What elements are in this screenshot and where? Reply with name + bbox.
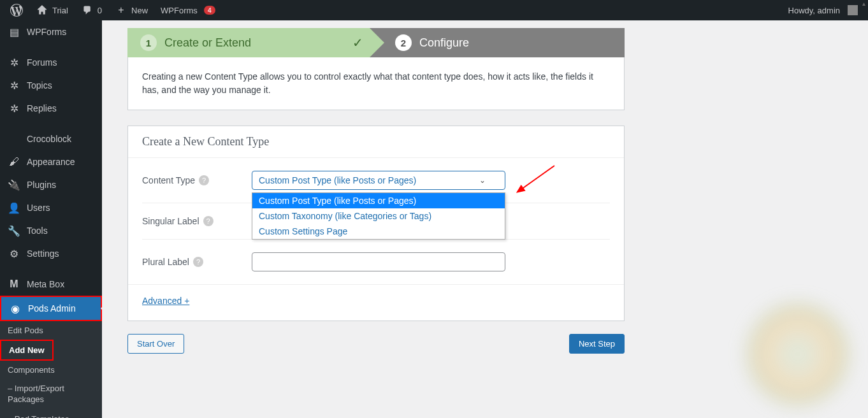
submenu-pod-templates[interactable]: – Pod Templates — [0, 410, 102, 418]
submenu-components[interactable]: Components — [0, 361, 102, 379]
pods-icon: ◉ — [9, 302, 22, 315]
sidebar-label: Pods Admin — [28, 303, 76, 314]
sliders-icon: ⚙ — [8, 247, 20, 260]
help-icon[interactable]: ? — [203, 216, 213, 226]
sidebar-label: Tools — [27, 226, 48, 236]
plural-label-input[interactable] — [252, 252, 505, 271]
brush-icon: 🖌 — [8, 155, 20, 168]
chevron-down-icon: ⌄ — [479, 176, 486, 185]
sidebar-item-forums[interactable]: ✲ Forums — [0, 51, 102, 74]
wizard-stepper: 1 Create or Extend ✓ 2 Configure — [127, 28, 625, 57]
sidebar-label: WPForms — [27, 27, 66, 37]
wpforms-label: WPForms — [161, 6, 198, 15]
blank-icon — [8, 133, 20, 145]
sidebar-item-appearance[interactable]: 🖌 Appearance — [0, 150, 102, 173]
replies-icon: ✲ — [8, 102, 20, 115]
sidebar-item-topics[interactable]: ✲ Topics — [0, 74, 102, 97]
start-over-button[interactable]: Start Over — [127, 334, 184, 354]
sidebar-label: Users — [27, 203, 50, 213]
wrench-icon: 🔧 — [8, 224, 20, 237]
wp-logo[interactable] — [5, 0, 28, 20]
content-type-dropdown: Custom Post Type (like Posts or Pages) C… — [252, 192, 505, 240]
advanced-toggle[interactable]: Advanced + — [142, 296, 189, 306]
step-configure: 2 Configure — [370, 28, 625, 57]
comment-icon — [81, 4, 94, 17]
admin-sidebar: ▤ WPForms ✲ Forums ✲ Topics ✲ Replies Cr… — [0, 20, 102, 418]
dropdown-option[interactable]: Custom Settings Page — [252, 224, 505, 239]
plural-label-row: Plural Label ? — [142, 240, 610, 284]
new-content-link[interactable]: + New — [110, 0, 153, 20]
step-number: 2 — [395, 34, 412, 51]
next-step-button[interactable]: Next Step — [569, 334, 625, 354]
sidebar-label: Replies — [27, 103, 57, 113]
selected-value: Custom Post Type (like Posts or Pages) — [259, 175, 416, 185]
sidebar-item-metabox[interactable]: M Meta Box — [0, 273, 102, 296]
content-type-row: Content Type ? Custom Post Type (like Po… — [142, 158, 610, 203]
sidebar-label: Settings — [27, 249, 59, 259]
site-link[interactable]: Trial — [31, 0, 73, 20]
dropdown-option[interactable]: Custom Post Type (like Posts or Pages) — [252, 193, 505, 208]
create-content-type-card: Create a New Content Type Content Type ?… — [127, 126, 625, 321]
help-icon[interactable]: ? — [193, 257, 203, 267]
new-label: New — [131, 6, 148, 15]
account-link[interactable]: Howdy, admin — [783, 0, 863, 20]
description-text: Creating a new Content Type allows you t… — [127, 57, 625, 110]
sidebar-item-crocoblock[interactable]: Crocoblock — [0, 127, 102, 150]
card-title: Create a New Content Type — [128, 126, 624, 158]
sidebar-label: Appearance — [27, 157, 75, 167]
sidebar-label: Forums — [27, 57, 57, 68]
home-icon — [36, 4, 48, 17]
submenu-edit-pods[interactable]: Edit Pods — [0, 321, 102, 340]
forums-icon: ✲ — [8, 56, 20, 69]
plugin-icon: 🔌 — [8, 178, 20, 191]
sidebar-label: Meta Box — [27, 279, 64, 289]
sidebar-label: Plugins — [27, 180, 56, 190]
avatar — [848, 5, 858, 15]
admin-bar: Trial 0 + New WPForms 4 Howdy, admin — [0, 0, 868, 20]
wordpress-icon — [10, 4, 23, 17]
step-create-extend[interactable]: 1 Create or Extend ✓ — [127, 28, 370, 57]
content-type-label: Content Type ? — [142, 175, 252, 185]
form-icon: ▤ — [8, 25, 20, 38]
sidebar-item-plugins[interactable]: 🔌 Plugins — [0, 173, 102, 196]
help-icon[interactable]: ? — [199, 175, 209, 185]
sidebar-label: Crocoblock — [27, 134, 71, 144]
action-row: Start Over Next Step — [127, 334, 625, 354]
wpforms-badge: 4 — [204, 6, 215, 15]
submenu-import-export[interactable]: – Import/Export Packages — [0, 379, 102, 410]
site-title: Trial — [52, 6, 68, 15]
step-number: 1 — [140, 34, 157, 51]
dropdown-option[interactable]: Custom Taxonomy (like Categories or Tags… — [252, 208, 505, 224]
comments-count: 0 — [98, 6, 102, 15]
plus-icon: + — [115, 4, 127, 17]
main-content: 1 Create or Extend ✓ 2 Configure Creatin… — [102, 20, 868, 418]
sidebar-item-settings[interactable]: ⚙ Settings — [0, 242, 102, 265]
singular-label-label: Singular Label ? — [142, 216, 252, 226]
sidebar-label: Topics — [27, 80, 52, 90]
topics-icon: ✲ — [8, 79, 20, 92]
step-label: Create or Extend — [164, 36, 251, 50]
user-icon: 👤 — [8, 201, 20, 214]
submenu-add-new[interactable]: Add New — [1, 341, 52, 359]
sidebar-item-replies[interactable]: ✲ Replies — [0, 97, 102, 120]
scrollbar[interactable] — [858, 0, 867, 418]
comments-link[interactable]: 0 — [76, 0, 107, 20]
plural-label-label: Plural Label ? — [142, 257, 252, 267]
pods-submenu: Edit Pods Add New Components – Import/Ex… — [0, 321, 102, 418]
sidebar-item-tools[interactable]: 🔧 Tools — [0, 219, 102, 242]
sidebar-item-wpforms[interactable]: ▤ WPForms — [0, 20, 102, 43]
sidebar-item-pods-admin[interactable]: ◉ Pods Admin — [1, 297, 101, 320]
sidebar-item-users[interactable]: 👤 Users — [0, 196, 102, 219]
greeting-text: Howdy, admin — [788, 6, 840, 15]
content-type-select[interactable]: Custom Post Type (like Posts or Pages) ⌄ — [252, 171, 505, 190]
wpforms-link[interactable]: WPForms 4 — [156, 0, 221, 20]
step-label: Configure — [419, 36, 469, 50]
metabox-icon: M — [8, 278, 20, 291]
check-icon: ✓ — [352, 35, 363, 50]
